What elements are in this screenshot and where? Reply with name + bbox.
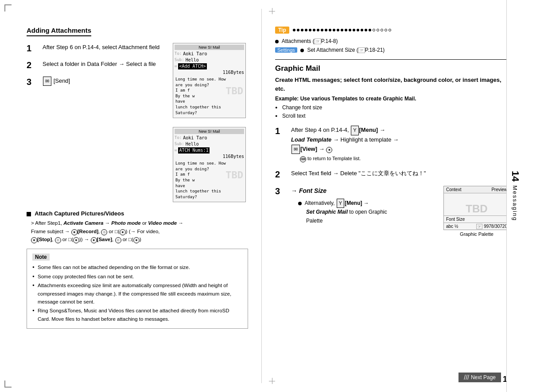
corner-bl: [4, 380, 12, 388]
circle-btn: ●: [326, 147, 332, 153]
tip-ref-1: P.14-8): [321, 38, 338, 44]
corner-tc: [131, 4, 138, 12]
palette-header-left: Context: [446, 187, 461, 192]
right-step-3-number: 3: [275, 186, 288, 196]
right-step-2: 2 Select Text field → Delete "ここに文章をいれてね…: [275, 169, 510, 180]
right-step-1: 1 After Step 4 on P.14-4, Y[Menu] → Load…: [275, 126, 510, 163]
chapter-label: Messaging: [512, 185, 518, 221]
note-title: Note: [32, 254, 50, 261]
step-2: 2 Select a folder in Data Folder → Selec…: [27, 60, 168, 70]
palette-tbd: TBD: [444, 193, 509, 215]
phone-screen-2-header: New S! Mail: [175, 129, 244, 134]
phone-screen-1-header: New S! Mail: [175, 45, 244, 50]
load-template-text: Load Template: [291, 136, 331, 143]
tip-dot-empty: [385, 29, 387, 31]
arrow-right: →: [291, 187, 299, 194]
tip-dot: [297, 29, 299, 31]
right-step-1-number: 1: [275, 126, 288, 136]
phone-screen-2-highlighted: ✉ ATCH Nums:1: [175, 147, 244, 154]
phone-screen-2-body: Long time no see. How are you doing? I a…: [175, 160, 244, 200]
tip-dot-empty: [389, 29, 391, 31]
tip-dot: [337, 29, 339, 31]
screenshots-column: New S! Mail To: Aoki Taro Sub: Hello ✉ <…: [173, 43, 248, 206]
example-line: Example: Use various Templates to create…: [275, 96, 510, 102]
bullet-icon-2: [300, 49, 304, 52]
tip-dot: [305, 29, 307, 31]
step-3: 3 ✉ [Send]: [27, 77, 168, 87]
palette-label: Graphic Palette: [443, 231, 510, 237]
phone-screen-1-to: To: Aoki Taro: [175, 51, 244, 57]
attach-title-text: Attach Captured Pictures/Videos: [35, 210, 124, 217]
menu-btn-2: Y: [337, 199, 344, 208]
bullet-alt: [298, 202, 302, 205]
bottom-bar: /// Next Page: [459, 373, 501, 382]
next-page-arrows: ///: [464, 374, 469, 381]
step-2-number: 2: [27, 60, 39, 70]
attach-line2: Frame subject → ●[Record], ○ or □(●) (→ …: [31, 229, 160, 234]
left-panel: Adding Attachments 1 After Step 6 on P.1…: [0, 0, 261, 392]
tip-dot: [317, 29, 319, 31]
step-2-text: Select a folder in Data Folder → Select …: [43, 61, 156, 67]
step-3-content: ✉ [Send]: [43, 77, 168, 86]
palette-header-right: Preview: [491, 187, 507, 192]
phone-screen-2-sub: Sub: Hello: [175, 141, 244, 147]
right-steps-area: 1 After Step 4 on P.14-4, Y[Menu] → Load…: [275, 126, 510, 237]
graphic-mail-title: Graphic Mail: [275, 64, 510, 73]
tip-dot: [357, 29, 359, 31]
palette-bottom-right: ☞ 9978/30720: [476, 224, 507, 229]
palette-bottom-2: abc ½ ☞ 9978/30720: [444, 223, 509, 230]
menu-btn: Y: [351, 126, 358, 135]
palette-header: Context Preview: [444, 186, 509, 193]
step-3-number: 3: [27, 77, 39, 87]
note-item-3: Attachments exceeding size limit are aut…: [32, 281, 242, 306]
note-item-1: Some files can not be attached depending…: [32, 263, 242, 271]
next-page-bar: /// Next Page: [459, 373, 501, 382]
corner-bc: [131, 380, 138, 388]
palette-box: Context Preview TBD Font Size abc ½ ☞ 99…: [443, 186, 510, 230]
phone-screen-2-to: To: Aoki Taro: [175, 135, 244, 141]
step-2-content: Select a folder in Data Folder → Select …: [43, 60, 168, 69]
tip-dot-empty: [377, 29, 379, 31]
tip-dot: [349, 29, 351, 31]
attach-section: Attach Captured Pictures/Videos > After …: [27, 210, 248, 243]
phone-screen-2-size: 116Bytes: [175, 154, 244, 160]
tip-content-2: Settings Set Attachment Size (☞P.18-21): [275, 47, 510, 53]
tip-dot: [293, 29, 295, 31]
tip-bar: Tip: [275, 27, 510, 34]
graphic-palette-area: Context Preview TBD Font Size abc ½ ☞ 99…: [443, 186, 510, 237]
tip-dot: [365, 29, 367, 31]
tip-dot: [313, 29, 315, 31]
tip-dot: [341, 29, 343, 31]
tip-ref-2: P.18-21): [365, 47, 385, 53]
set-graphic-text: Set Graphic Mail to open Graphic: [298, 209, 387, 215]
tip-dot: [321, 29, 323, 31]
palette-font-size: Font Size: [446, 217, 465, 222]
tip-dot: [301, 29, 303, 31]
tip-label: Tip: [275, 27, 289, 34]
palette-text: Palette: [298, 218, 323, 224]
bullet-scroll-text: Scroll text: [275, 112, 510, 120]
phone-screen-2: New S! Mail To: Aoki Taro Sub: Hello ✉ A…: [173, 127, 246, 202]
step-1-content: After Step 6 on P.14-4, select Attachmen…: [43, 43, 168, 52]
attach-body: > After Step1, Activate Camera → Photo m…: [27, 219, 248, 243]
tip-text-1: Attachments (: [282, 38, 315, 44]
right-step-2-number: 2: [275, 169, 288, 180]
highlighted-atch-nums: ATCH Nums:1: [178, 147, 209, 154]
note-item-4: Ring Songs&Tones, Music and Videos files…: [32, 307, 242, 323]
note-box: Note Some files can not be attached depe…: [27, 249, 248, 329]
phone-screen-1-size: 116Bytes: [175, 69, 244, 76]
tip-dot: [369, 29, 371, 31]
tip-dot: [361, 29, 363, 31]
return-circle: ⌨: [300, 156, 306, 162]
right-step-3-content: → Font Size Alternatively, Y[Menu] → Set…: [291, 186, 439, 225]
step-1-number: 1: [27, 43, 39, 54]
font-size-label: Font Size: [299, 187, 326, 194]
tip-dot: [333, 29, 335, 31]
tip-dot: [309, 29, 311, 31]
right-step-2-content: Select Text field → Delete "ここに文章をいれてね！": [291, 169, 510, 178]
corner-tl: [4, 4, 12, 12]
page-container: Adding Attachments 1 After Step 6 on P.1…: [0, 0, 544, 392]
right-step-3: 3 → Font Size Alternatively, Y[Menu] → S…: [275, 186, 510, 237]
phone-screen-1-highlighted: ✉ <Add ATCH>: [175, 63, 244, 69]
side-tab: 14 Messaging: [506, 0, 523, 392]
